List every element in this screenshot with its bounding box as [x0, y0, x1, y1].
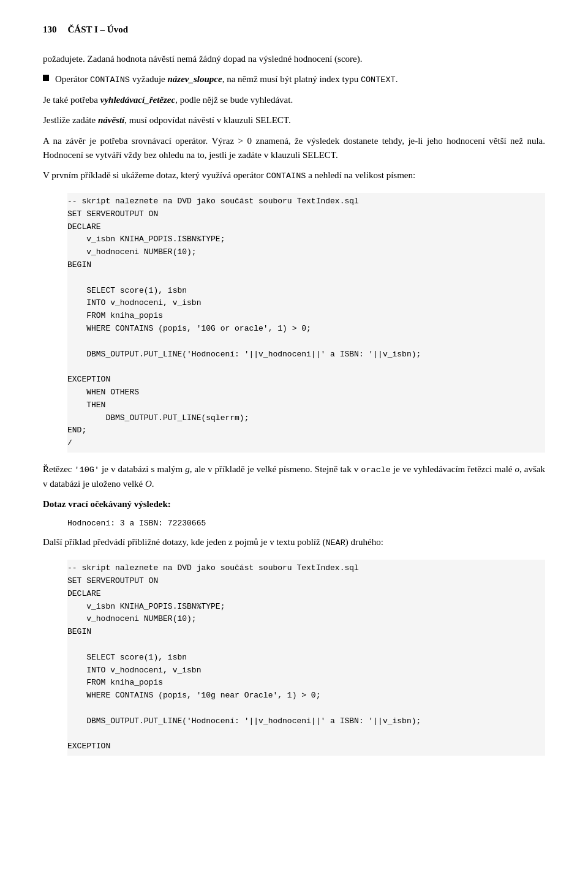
code-block-2: -- skript naleznete na DVD jako součást … [67, 560, 545, 756]
page-header: 130 ČÁST I – Úvod [43, 24, 545, 35]
g-italic: g [185, 464, 190, 474]
bullet-text-1: Operátor CONTAINS vyžaduje název_sloupce… [55, 72, 545, 87]
paragraph-3: Jestliže zadáte návěstí, musí odpovídat … [43, 113, 545, 127]
paragraph-4: A na závěr je potřeba srovnávací operáto… [43, 134, 545, 163]
main-content: požadujete. Zadaná hodnota návěstí nemá … [43, 52, 545, 756]
code-block-1: -- skript naleznete na DVD jako součást … [67, 193, 545, 453]
contains-code-2: CONTAINS [266, 171, 306, 181]
paragraph-5: V prvním příkladě si ukážeme dotaz, kter… [43, 168, 545, 183]
contains-code-1: CONTAINS [90, 75, 130, 85]
paragraph-7: Dotaz vrací očekávaný výsledek: [43, 497, 545, 511]
10g-code: '10G' [75, 465, 100, 475]
page-number: 130 [43, 24, 57, 35]
O-italic: O [145, 479, 152, 489]
oracle-code: oracle [361, 465, 391, 475]
column-name-bold: název_sloupce [168, 74, 222, 84]
paragraph-1: požadujete. Zadaná hodnota návěstí nemá … [43, 52, 545, 66]
near-code: NEAR [325, 538, 345, 547]
bullet-icon [43, 75, 49, 81]
paragraph-2: Je také potřeba vyhledávací_řetězec, pod… [43, 93, 545, 107]
page: 130 ČÁST I – Úvod požadujete. Zadaná hod… [0, 0, 588, 891]
context-code: CONTEXT [361, 75, 396, 85]
paragraph-6: Řetězec '10G' je v databázi s malým g, a… [43, 462, 545, 491]
label-bold: návěstí [98, 115, 124, 125]
o-italic: o [515, 464, 520, 474]
page-title: ČÁST I – Úvod [68, 24, 129, 35]
bullet-item-1: Operátor CONTAINS vyžaduje název_sloupce… [43, 72, 545, 87]
paragraph-8: Další příklad předvádí přibližné dotazy,… [43, 535, 545, 550]
result-line-1: Hodnocení: 3 a ISBN: 72230665 [67, 517, 545, 530]
search-string-bold: vyhledávací_řetězec [100, 95, 175, 105]
